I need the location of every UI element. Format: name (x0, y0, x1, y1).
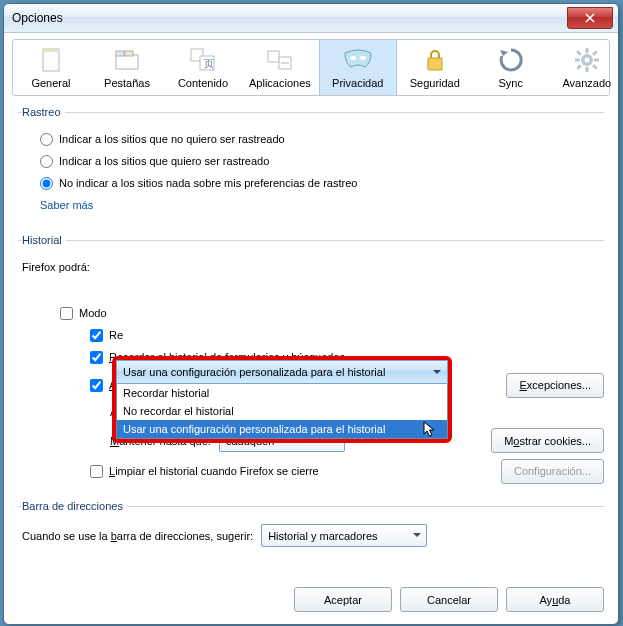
clear-on-close-row[interactable]: Limpiar el historial cuando Firefox se c… (22, 462, 600, 480)
historial-legend: Historial (22, 234, 66, 246)
radio-no-track[interactable] (40, 133, 53, 146)
track-opt-no[interactable]: Indicar a los sitios que no quiero ser r… (22, 130, 600, 148)
tab-privacidad[interactable]: Privacidad (319, 40, 397, 95)
cancel-button[interactable]: Cancelar (400, 587, 498, 612)
help-button[interactable]: Ayuda (506, 587, 604, 612)
tab-seguridad[interactable]: Seguridad (397, 40, 473, 95)
tab-sync[interactable]: Sync (473, 40, 549, 95)
learn-more-link[interactable]: Saber más (40, 199, 93, 211)
tab-general[interactable]: General (13, 40, 89, 95)
titlebar[interactable]: Opciones (4, 4, 618, 33)
svg-rect-8 (268, 51, 279, 62)
svg-point-11 (350, 56, 356, 60)
dropdown-option-never[interactable]: No recordar el historial (117, 402, 447, 420)
svg-rect-4 (125, 51, 133, 56)
svg-rect-10 (281, 62, 289, 64)
show-cookies-button[interactable]: Mostrar cookies... (491, 428, 604, 453)
content-icon: 页 (173, 45, 233, 75)
dropdown-list: Recordar historial No recordar el histor… (116, 384, 448, 439)
remember-nav-row[interactable]: Re (22, 326, 600, 344)
svg-rect-0 (43, 49, 59, 71)
suggest-label: Cuando se use la barra de direcciones, s… (22, 530, 253, 542)
category-toolbar: General Pestañas 页 Contenido Aplicacione… (12, 39, 610, 96)
svg-rect-18 (575, 59, 580, 62)
checkbox-remember-nav[interactable] (90, 329, 103, 342)
history-mode-dropdown[interactable]: Usar una configuración personalizada par… (112, 356, 452, 443)
applications-icon (249, 45, 311, 75)
options-window: Opciones General Pestañas 页 Contenido Ap… (3, 3, 619, 625)
ok-button[interactable]: Aceptar (294, 587, 392, 612)
tab-avanzado[interactable]: Avanzado (549, 40, 619, 95)
sync-icon (481, 45, 541, 75)
svg-rect-16 (585, 48, 588, 53)
radio-none-track[interactable] (40, 177, 53, 190)
general-icon (21, 45, 81, 75)
rastreo-group: Rastreo Indicar a los sitios que no quie… (18, 106, 604, 224)
settings-button: Configuración... (501, 459, 604, 484)
rastreo-legend: Rastreo (22, 106, 65, 118)
svg-rect-23 (576, 64, 582, 70)
tab-contenido[interactable]: 页 Contenido (165, 40, 241, 95)
checkbox-accept-cookies[interactable] (90, 379, 103, 392)
barra-group: Barra de direcciones Cuando se use la ba… (18, 500, 604, 557)
checkbox-private-mode[interactable] (60, 307, 73, 320)
dropdown-selected[interactable]: Usar una configuración personalizada par… (116, 360, 448, 384)
svg-rect-22 (592, 50, 598, 56)
radio-yes-track[interactable] (40, 155, 53, 168)
private-mode-row[interactable]: Modo (22, 304, 600, 322)
dropdown-option-custom[interactable]: Usar una configuración personalizada par… (117, 420, 447, 438)
suggest-select[interactable]: Historial y marcadores (261, 524, 427, 547)
track-opt-none[interactable]: No indicar a los sitios nada sobre mis p… (22, 174, 600, 192)
tabs-icon (97, 45, 157, 75)
window-title: Opciones (12, 11, 567, 25)
checkbox-clear-on-close[interactable] (90, 465, 103, 478)
close-button[interactable] (567, 7, 613, 29)
barra-legend: Barra de direcciones (22, 500, 127, 512)
svg-rect-21 (592, 64, 598, 70)
exceptions-button[interactable]: Excepciones... (506, 373, 604, 398)
panel-body: Rastreo Indicar a los sitios que no quie… (4, 96, 618, 577)
svg-point-12 (360, 56, 366, 60)
svg-rect-19 (594, 59, 599, 62)
svg-text:页: 页 (204, 58, 214, 69)
tab-pestanas[interactable]: Pestañas (89, 40, 165, 95)
close-icon (585, 13, 595, 23)
checkbox-remember-forms[interactable] (90, 351, 103, 364)
track-opt-yes[interactable]: Indicar a los sitios que quiero ser rast… (22, 152, 600, 170)
svg-rect-1 (43, 49, 59, 52)
tab-aplicaciones[interactable]: Aplicaciones (241, 40, 319, 95)
svg-point-15 (584, 58, 589, 63)
svg-rect-20 (576, 50, 582, 56)
svg-rect-3 (116, 51, 124, 56)
firefox-podra-label: Firefox podrá: (22, 261, 108, 273)
svg-rect-13 (428, 58, 442, 70)
dropdown-option-remember[interactable]: Recordar historial (117, 384, 447, 402)
svg-rect-17 (585, 67, 588, 72)
privacy-mask-icon (328, 45, 388, 75)
suggest-row: Cuando se use la barra de direcciones, s… (22, 524, 600, 547)
dialog-footer: Aceptar Cancelar Ayuda (4, 577, 618, 624)
svg-rect-2 (116, 55, 138, 69)
cursor-icon (423, 421, 437, 439)
lock-icon (405, 45, 465, 75)
gear-icon (557, 45, 617, 75)
